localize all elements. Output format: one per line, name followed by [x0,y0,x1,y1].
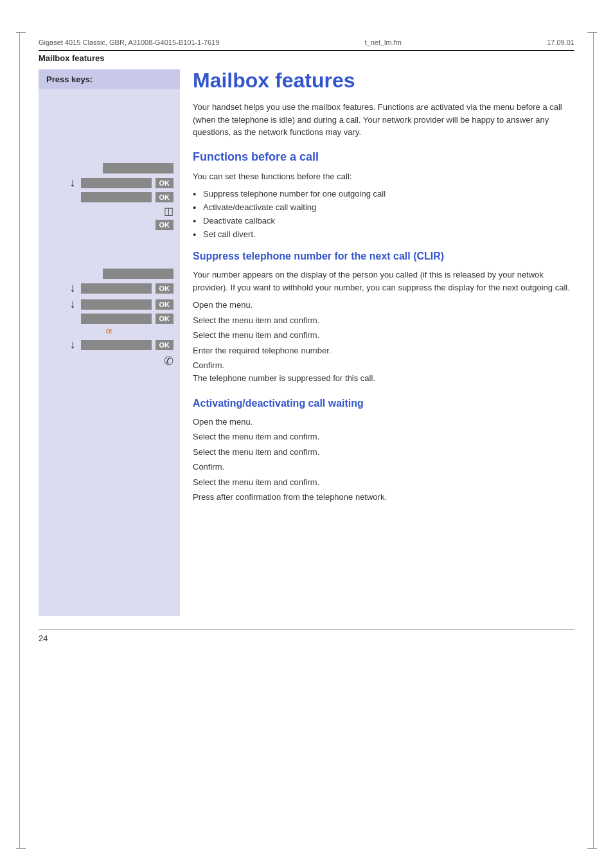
bullet-item-4: Set call divert. [193,228,574,242]
cw-arrow-1: ↓ [70,281,76,295]
press-keys-box: Press keys: [39,69,180,89]
corner-tr [587,32,597,33]
phone-icon: ✆ [164,354,173,368]
bullet-item-1: Suppress telephone number for one outgoi… [193,188,574,201]
cw-bar-1 [103,269,173,279]
bullet-item-2: Activate/deactivate call waiting [193,201,574,215]
clir-bar-3 [81,192,152,202]
cw-row-2: ↓ OK [39,297,180,311]
clir-intro: Your number appears on the display of th… [193,269,574,294]
clir-step-label-1: Select the menu item and confirm. [193,314,574,327]
clir-step-4: Confirm. The telephone number is suppres… [193,359,574,384]
clir-bar-2 [81,178,152,188]
section-title: Mailbox features [39,53,105,63]
clir-row-1: ↓ OK [39,176,180,190]
clir-step-label-4: Confirm. The telephone number is suppres… [193,359,574,384]
intro-text: Your handset helps you use the mailbox f… [193,101,574,139]
clir-step-3: Enter the required telephone number. [193,344,574,357]
clir-step-label-3: Enter the required telephone number. [193,344,574,357]
cw-ok-2: OK [155,299,174,310]
cw-step-2: Select the menu item and confirm. [193,446,574,459]
cw-row-1: ↓ OK [39,281,180,295]
functions-heading: Functions before a call [193,150,574,164]
meta-center: t_net_lm.fm [364,39,401,46]
clir-step-0: Open the menu. [193,299,574,312]
clir-ok-1: OK [155,178,174,188]
or-label: or [39,325,180,337]
spacer-between [39,230,180,269]
cw-arrow-2: ↓ [70,297,76,311]
keypad-icon: ◫︎ [164,205,173,217]
cw-step-label-0: Open the menu. [193,416,574,429]
cw-step-0: Open the menu. [193,416,574,429]
cw-step-3: Confirm. [193,461,574,474]
clir-spacer [39,96,180,163]
clir-bar-row [39,163,180,173]
press-keys-label: Press keys: [46,75,93,84]
page-number: 24 [0,630,613,647]
cw-ok-3: OK [155,314,174,324]
cw-step-label-5: Select the menu item and confirm. [193,476,574,489]
bullet-list: Suppress telephone number for one outgoi… [193,188,574,241]
meta-right: 17.09.01 [547,39,574,46]
page-heading: Mailbox features [193,69,574,92]
cw-step-label-2: Select the menu item and confirm. [193,446,574,459]
page-container: Gigaset 4015 Classic, GBR, A31008-G4015-… [0,0,613,868]
cw-step-label-3: Confirm. [193,461,574,474]
cw-step-label-1: Select the menu item and confirm. [193,430,574,443]
clir-heading: Suppress telephone number for the next c… [193,250,574,263]
corner-bl [16,848,26,849]
bullet-item-3: Deactivate callback [193,215,574,228]
clir-bar-1 [103,163,173,173]
cw-arrow-3: ↓ [70,338,76,351]
clir-ok-row: OK [39,220,180,230]
corner-tl [16,32,26,33]
margin-line-right [593,32,594,849]
left-panel-body: ↓ OK OK ◫︎ OK [39,89,180,616]
clir-row-2: OK [39,192,180,202]
main-content: Press keys: ↓ OK [0,69,613,616]
cw-row-3: OK [39,314,180,324]
functions-intro: You can set these functions before the c… [193,170,574,183]
margin-line-left [19,32,20,849]
clir-step-label-2: Select the menu item and confirm. [193,329,574,342]
cw-step-6: Press after confirmation from the teleph… [193,491,574,504]
clir-ok-3: OK [155,220,174,230]
cw-bar-4 [81,314,152,324]
clir-step-2: Select the menu item and confirm. [193,329,574,342]
left-panel: Press keys: ↓ OK [39,69,180,616]
cw-ok-4: OK [155,340,174,350]
cw-row-4: ↓ OK [39,338,180,351]
section-title-bar: Mailbox features [0,51,613,69]
call-waiting-heading: Activating/deactivating call waiting [193,397,574,411]
cw-ok-1: OK [155,283,174,294]
clir-arrow-1: ↓ [70,176,76,190]
cw-bar-row [39,269,180,279]
clir-keypad-row: ◫︎ [39,205,180,217]
corner-br [587,848,597,849]
clir-ok-2: OK [155,192,174,202]
cw-step-5: Select the menu item and confirm. [193,476,574,489]
cw-bar-2 [81,283,152,294]
cw-bar-5 [81,340,152,350]
cw-step-1: Select the menu item and confirm. [193,430,574,443]
cw-step-label-6: Press after confirmation from the teleph… [193,491,574,504]
clir-step-1: Select the menu item and confirm. [193,314,574,327]
right-panel: Mailbox features Your handset helps you … [180,69,574,616]
cw-bar-3 [81,299,152,310]
clir-step-label-0: Open the menu. [193,299,574,312]
cw-phone-row: ✆ [39,354,180,368]
header-meta: Gigaset 4015 Classic, GBR, A31008-G4015-… [0,0,613,46]
meta-left: Gigaset 4015 Classic, GBR, A31008-G4015-… [39,39,219,46]
